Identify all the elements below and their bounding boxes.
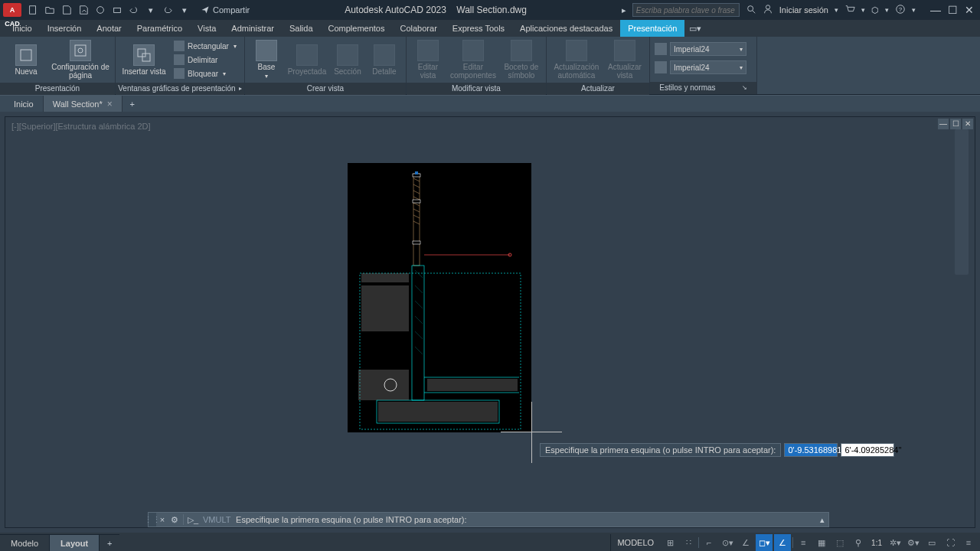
cmdline-text[interactable]: VMULT Especifique la primera esquina (o … [200,515,816,525]
minimize-button[interactable]: — [928,3,943,17]
tab-aplicaciones[interactable]: Aplicaciones destacadas [512,20,620,37]
tab-parametrico[interactable]: Paramétrico [129,20,190,37]
drawing-area[interactable]: — ☐ ✕ [-][Superior][Estructura alámbrica… [5,116,975,528]
tab-colaborar[interactable]: Colaborar [393,20,445,37]
tab-presentacion[interactable]: Presentación [620,20,684,37]
bloquear-button[interactable]: Bloquear▾ [171,67,240,80]
tab-administrar[interactable]: Administrar [224,20,282,37]
selection-cycling-icon[interactable]: ⬚ [831,534,848,551]
actualizar-vista-button: Actualizar vista [605,38,645,81]
open-icon[interactable] [43,3,57,17]
dynamic-x-field[interactable]: 0'-9.53168981" [784,443,838,457]
plot-icon[interactable] [110,3,124,17]
maximize-button[interactable]: ☐ [945,3,960,17]
help-icon[interactable]: ? [895,4,906,16]
grid-icon[interactable]: ⊞ [662,534,678,551]
svg-text:?: ? [899,6,903,13]
tab-complementos[interactable]: Complementos [321,20,393,37]
close-button[interactable]: ✕ [962,3,977,17]
cart-arrow-icon[interactable]: ▾ [861,6,865,14]
ortho-icon[interactable]: ⌐ [701,534,717,551]
rectangular-button[interactable]: Rectangular▾ [171,40,240,53]
undo-arrow-icon[interactable]: ▾ [144,3,158,17]
quick-access-toolbar: ▾ ▾ Compartir [26,3,250,17]
tab-modelo[interactable]: Modelo [0,535,50,551]
navigation-bar[interactable] [955,129,969,275]
search-arrow-icon[interactable]: ▸ [622,5,626,15]
polar-icon[interactable]: ⊙▾ [719,534,736,551]
saveas-icon[interactable] [77,3,90,17]
svg-line-23 [413,215,420,218]
otrack-icon[interactable]: ∠ [774,534,791,551]
share-label: Compartir [213,5,250,15]
tab-anotar[interactable]: Anotar [89,20,129,37]
user-icon[interactable] [763,4,773,16]
workspace-icon[interactable]: ⚙▾ [905,534,922,551]
style1-dropdown[interactable]: Imperial24▾ [670,42,746,56]
viewport-maximize-button[interactable]: ☐ [950,119,961,129]
tab-insercion[interactable]: Inserción [40,20,90,37]
tab-express-tools[interactable]: Express Tools [445,20,512,37]
share-button[interactable]: Compartir [201,5,250,15]
status-scale[interactable]: 1:1 [868,539,885,547]
signin-button[interactable]: Iniciar sesión [779,5,828,15]
file-tab-add-button[interactable]: + [122,96,142,112]
add-layout-button[interactable]: + [100,535,119,551]
signin-arrow-icon[interactable]: ▾ [835,6,838,14]
panel-title-estilos[interactable]: Estilos y normas↘ [650,82,756,94]
new-icon[interactable] [26,3,40,17]
cmdline-close-icon[interactable]: × [156,515,168,524]
panel-title-ventanas[interactable]: Ventanas gráficas de presentación▸ [116,83,244,95]
save-icon[interactable] [60,3,74,17]
help-arrow-icon[interactable]: ▾ [912,6,916,14]
cmdline-drag-handle[interactable]: ⋮⋮ [149,513,156,527]
tab-extra-icon[interactable]: ▭▾ [684,20,706,37]
nueva-button[interactable]: Nueva [5,38,47,81]
tab-salida[interactable]: Salida [282,20,321,37]
tab-inicio[interactable]: Inicio [5,20,40,37]
file-tab-inicio[interactable]: Inicio [5,96,44,112]
base-button[interactable]: Base▾ [250,38,283,81]
search-input[interactable] [632,3,740,17]
viewport-label[interactable]: [-][Superior][Estructura alámbrica 2D] [11,122,151,131]
style2-dropdown[interactable]: Imperial24▾ [670,60,746,74]
svg-rect-33 [361,285,409,331]
tab-vista[interactable]: Vista [190,20,224,37]
tab-layout[interactable]: Layout [50,535,100,551]
cmdline-expand-icon[interactable]: ▴ [816,515,828,525]
cmdline-customize-icon[interactable]: ⚙ [168,515,181,525]
customization-icon[interactable]: ≡ [960,534,977,551]
command-line[interactable]: ⋮⋮ × ⚙ ▷_ VMULT Especifique la primera e… [148,512,829,527]
monitor-icon[interactable]: ▭ [923,534,940,551]
insertar-vista-button[interactable]: Insertar vista [120,38,168,81]
proyectada-icon [296,44,318,66]
search-icon[interactable] [746,4,756,16]
osnap-icon[interactable]: ◻▾ [756,534,773,551]
delimitar-button[interactable]: Delimitar [171,54,240,67]
isodraft-icon[interactable]: ∠ [737,534,754,551]
autodesk-app-icon[interactable]: ⬡ [871,5,879,15]
dynamic-y-field[interactable]: 6'-4.09285284" [841,443,894,457]
redo-icon[interactable] [161,3,175,17]
redo-arrow-icon[interactable]: ▾ [178,3,191,17]
cart-icon[interactable] [844,4,855,16]
clean-screen-icon[interactable]: ⛶ [942,534,959,551]
app-arrow-icon[interactable]: ▾ [885,6,889,14]
chevron-down-icon: ▾ [740,64,743,71]
transparency-icon[interactable]: ▦ [813,534,830,551]
annotation-scale-icon[interactable]: ⚲ [850,534,867,551]
lineweight-icon[interactable]: ≡ [795,534,812,551]
annotation-visibility-icon[interactable]: ✲▾ [887,534,903,551]
app-logo[interactable]: A CAD [3,3,21,17]
config-pagina-button[interactable]: Configuración de página [51,38,110,81]
svg-line-4 [753,11,756,14]
close-icon[interactable]: × [107,99,113,109]
undo-icon[interactable] [127,3,141,17]
viewport-close-button[interactable]: ✕ [962,119,973,129]
snap-icon[interactable]: ∷ [680,534,697,551]
delimitar-icon [174,54,185,65]
status-space-button[interactable]: MODELO [610,534,660,551]
file-tab-wall-section[interactable]: Wall Section*× [44,96,122,112]
web-icon[interactable] [93,3,107,17]
viewport-minimize-button[interactable]: — [938,119,949,129]
